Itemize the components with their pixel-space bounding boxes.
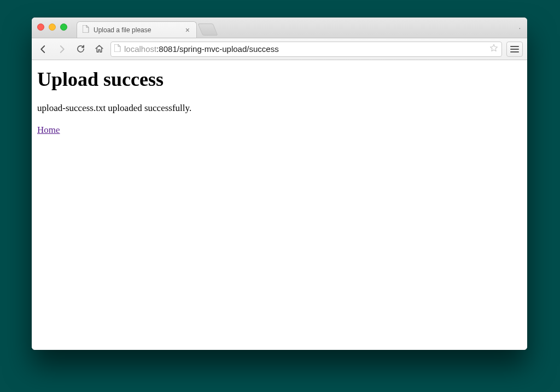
titlebar: Upload a file please × . bbox=[32, 17, 527, 38]
back-button[interactable] bbox=[36, 42, 50, 56]
tab-title: Upload a file please bbox=[94, 26, 151, 34]
page-content: Upload success upload-success.txt upload… bbox=[32, 60, 527, 350]
url-path: :8081/spring-mvc-upload/success bbox=[156, 44, 278, 54]
page-heading: Upload success bbox=[37, 68, 522, 91]
toolbar: localhost:8081/spring-mvc-upload/success bbox=[32, 38, 527, 60]
forward-button[interactable] bbox=[55, 42, 69, 56]
minimize-window-button[interactable] bbox=[49, 24, 56, 31]
page-icon bbox=[114, 44, 121, 54]
tabs-overflow-indicator[interactable]: . bbox=[519, 23, 521, 31]
browser-window: Upload a file please × . localhost:8081/… bbox=[32, 17, 527, 350]
file-icon bbox=[83, 25, 89, 34]
window-controls bbox=[37, 24, 67, 31]
zoom-window-button[interactable] bbox=[60, 24, 67, 31]
address-bar[interactable]: localhost:8081/spring-mvc-upload/success bbox=[110, 42, 502, 57]
bookmark-star-icon[interactable] bbox=[489, 44, 498, 54]
reload-button[interactable] bbox=[73, 42, 88, 56]
menu-button[interactable] bbox=[506, 42, 523, 57]
home-link[interactable]: Home bbox=[37, 125, 60, 135]
home-button[interactable] bbox=[92, 42, 106, 56]
browser-tab[interactable]: Upload a file please × bbox=[77, 21, 197, 38]
url-text: localhost:8081/spring-mvc-upload/success bbox=[124, 44, 279, 54]
new-tab-button[interactable] bbox=[198, 24, 218, 36]
upload-message: upload-success.txt uploaded successfully… bbox=[37, 103, 522, 114]
close-window-button[interactable] bbox=[37, 24, 44, 31]
tab-close-button[interactable]: × bbox=[184, 26, 191, 34]
url-host: localhost bbox=[124, 44, 156, 54]
